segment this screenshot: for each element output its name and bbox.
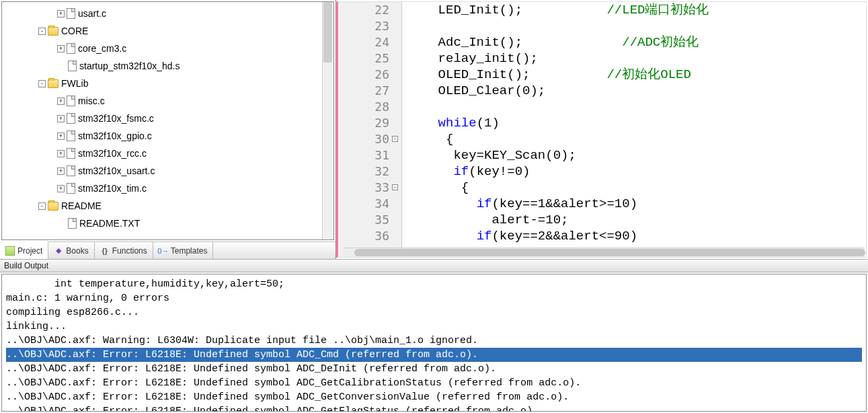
project-tree[interactable]: +usart.c-CORE+core_cm3.cstartup_stm32f10… — [1, 1, 334, 240]
code-line[interactable]: if(key==2&&alert<=90) — [407, 228, 866, 244]
tree-toggle-icon[interactable]: + — [57, 133, 65, 140]
code-line[interactable]: Adc_Init(); //ADC初始化 — [407, 34, 866, 50]
tree-label: README — [61, 200, 102, 211]
code-line[interactable]: { — [407, 180, 866, 196]
code-line[interactable]: key=KEY_Scan(0); — [407, 147, 866, 163]
tree-label: startup_stm32f10x_hd.s — [79, 61, 180, 71]
code-line[interactable] — [407, 18, 866, 34]
tree-toggle-icon[interactable]: + — [57, 150, 65, 157]
tree-toggle-icon[interactable]: - — [38, 80, 46, 87]
tree-file[interactable]: +stm32f10x_tim.c — [5, 180, 333, 197]
tab-functions[interactable]: {}Functions — [95, 242, 153, 259]
books-icon: ◆ — [54, 246, 63, 256]
file-icon — [67, 148, 75, 159]
tree-toggle-icon[interactable]: - — [38, 28, 46, 35]
tree-file[interactable]: +usart.c — [5, 5, 333, 22]
file-icon — [68, 218, 77, 229]
build-line[interactable]: linking... — [6, 320, 862, 334]
line-number: 31 — [338, 147, 389, 163]
tree-toggle-icon[interactable]: - — [38, 202, 46, 210]
line-number: 34 — [338, 196, 389, 212]
tree-label: core_cm3.c — [78, 43, 126, 54]
tree-file[interactable]: startup_stm32f10x_hd.s — [5, 57, 333, 75]
code-area[interactable]: LED_Init(); //LED端口初始化 Adc_Init(); //ADC… — [402, 2, 866, 257]
tree-scrollbar[interactable] — [322, 2, 333, 239]
code-line[interactable]: if(key==1&&alert>=10) — [407, 196, 866, 212]
tree-file[interactable]: +stm32f10x_fsmc.c — [5, 110, 333, 127]
code-line[interactable]: if(key!=0) — [407, 163, 866, 180]
line-number: 29 — [338, 115, 389, 131]
code-line[interactable]: LED_Init(); //LED端口初始化 — [407, 2, 866, 18]
tree-toggle-icon[interactable]: + — [57, 98, 65, 105]
tree-label: stm32f10x_gpio.c — [78, 130, 152, 141]
build-line[interactable]: int temperature,humidity,key,alert=50; — [6, 277, 862, 291]
editor-hscrollbar[interactable] — [344, 248, 865, 257]
line-number: 33 — [338, 180, 389, 196]
tree-file[interactable]: +stm32f10x_gpio.c — [5, 127, 333, 145]
tab-label: Books — [66, 246, 88, 256]
project-icon — [5, 246, 15, 256]
tab-label: Project — [17, 246, 42, 256]
fold-icon[interactable]: - — [392, 184, 398, 190]
project-panel: +usart.c-CORE+core_cm3.cstartup_stm32f10… — [0, 0, 336, 259]
tree-folder[interactable]: -CORE — [5, 22, 333, 40]
code-line[interactable]: relay_init(); — [407, 50, 866, 67]
tree-file[interactable]: README.TXT — [5, 215, 333, 232]
line-number: 23 — [338, 18, 389, 34]
build-line[interactable]: main.c: 1 warning, 0 errors — [6, 291, 862, 305]
tree-file[interactable]: +misc.c — [5, 92, 333, 110]
tree-toggle-icon[interactable]: + — [57, 115, 65, 122]
tree-label: usart.c — [78, 8, 106, 19]
fold-icon[interactable]: - — [392, 136, 398, 142]
tree-toggle-icon[interactable]: + — [57, 45, 65, 52]
line-number: 30 — [338, 131, 389, 147]
tree-toggle-icon[interactable]: + — [57, 10, 65, 17]
build-line[interactable]: ..\OBJ\ADC.axf: Error: L6218E: Undefined… — [6, 348, 862, 362]
tree-label: misc.c — [78, 96, 105, 106]
file-icon — [67, 130, 75, 141]
line-number: 35 — [338, 212, 389, 228]
build-line[interactable]: compiling esp8266.c... — [6, 305, 862, 320]
tree-label: stm32f10x_rcc.c — [78, 148, 147, 159]
folder-icon — [48, 27, 58, 36]
tree-label: stm32f10x_fsmc.c — [78, 113, 154, 124]
tree-folder[interactable]: -README — [5, 197, 333, 215]
tree-label: stm32f10x_usart.c — [78, 165, 155, 176]
tree-file[interactable]: +stm32f10x_usart.c — [5, 162, 333, 180]
line-number: 26 — [338, 67, 389, 83]
tab-project[interactable]: Project — [0, 241, 48, 259]
build-line[interactable]: ..\OBJ\ADC.axf: Error: L6218E: Undefined… — [6, 362, 862, 376]
code-line[interactable]: OLED_Clear(0); — [407, 83, 866, 99]
code-line[interactable] — [407, 99, 866, 115]
tab-templates[interactable]: 0→Templates — [153, 242, 214, 259]
build-output-header: Build Output — [0, 259, 868, 272]
tab-label: Functions — [112, 246, 147, 256]
line-number: 36 — [338, 228, 389, 244]
code-editor[interactable]: 222324252627282930313233343536-- LED_Ini… — [336, 1, 867, 258]
folder-icon — [48, 79, 58, 88]
code-line[interactable]: OLED_Init(); //初始化OLED — [407, 67, 866, 83]
file-icon — [67, 113, 75, 124]
build-line[interactable]: ..\OBJ\ADC.axf: Error: L6218E: Undefined… — [6, 390, 862, 404]
code-line[interactable]: { — [407, 131, 866, 147]
functions-icon: {} — [100, 246, 110, 256]
tree-label: README.TXT — [79, 218, 140, 229]
tree-toggle-icon[interactable]: + — [57, 167, 65, 175]
line-gutter: 222324252627282930313233343536-- — [338, 2, 402, 257]
build-line[interactable]: \OBJ\ADC axf: Error: L6218E: Undefined s… — [6, 404, 862, 412]
file-icon — [67, 43, 75, 54]
line-number: 27 — [338, 83, 389, 99]
build-line[interactable]: ..\OBJ\ADC.axf: Error: L6218E: Undefined… — [6, 376, 862, 390]
code-line[interactable]: alert-=10; — [407, 212, 866, 228]
tree-folder[interactable]: -FWLib — [5, 75, 333, 92]
file-icon — [67, 183, 75, 194]
tree-file[interactable]: +stm32f10x_rcc.c — [5, 145, 333, 162]
code-line[interactable]: while(1) — [407, 115, 866, 131]
templates-icon: 0→ — [159, 246, 168, 256]
build-line[interactable]: ..\OBJ\ADC.axf: Warning: L6304W: Duplica… — [6, 334, 862, 348]
tree-toggle-icon[interactable]: + — [57, 185, 65, 192]
tab-books[interactable]: ◆Books — [48, 242, 94, 259]
build-output[interactable]: int temperature,humidity,key,alert=50;ma… — [1, 274, 867, 412]
line-number: 24 — [338, 34, 389, 50]
tree-file[interactable]: +core_cm3.c — [5, 40, 333, 57]
